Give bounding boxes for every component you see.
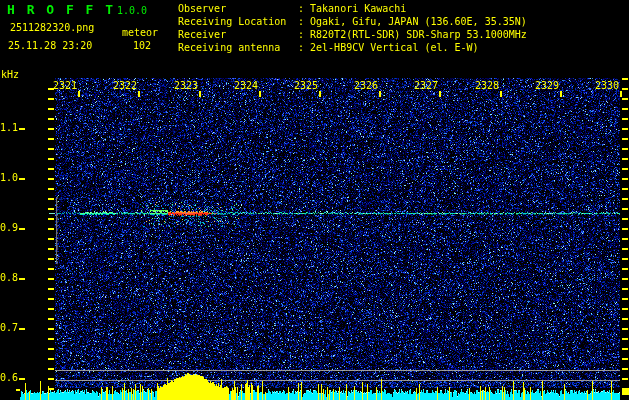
time-label-2321: 2321 <box>51 80 77 91</box>
info-value-receiver: : R820T2(RTL-SDR) SDR-Sharp 53.1000MHz <box>298 29 527 40</box>
time-label-2323: 2323 <box>172 80 198 91</box>
info-value-location: : Ogaki, Gifu, JAPAN (136.60E, 35.35N) <box>298 16 527 27</box>
freq-label-0-7: 0.7 <box>0 322 18 333</box>
capture-datetime: 25.11.28 23:20 <box>8 40 92 51</box>
spectrogram-canvas <box>0 0 629 400</box>
time-label-2324: 2324 <box>232 80 258 91</box>
info-value-antenna: : 2el-HB9CV Vertical (el. E-W) <box>298 42 479 53</box>
info-value-observer: : Takanori Kawachi <box>298 3 406 14</box>
freq-label-1-0: 1.0 <box>0 172 18 183</box>
time-label-2329: 2329 <box>533 80 559 91</box>
capture-filename: 2511282320.png <box>10 22 94 33</box>
time-label-2326: 2326 <box>352 80 378 91</box>
app-version: 1.0.0 <box>117 5 147 16</box>
time-label-2330: 2330 <box>593 80 619 91</box>
freq-label-0-9: 0.9 <box>0 222 18 233</box>
capture-mode: meteor <box>122 27 158 38</box>
app-title: H R O F F T <box>7 3 115 17</box>
meteor-count: 102 <box>133 40 151 51</box>
info-label-antenna: Receiving antenna <box>178 42 280 53</box>
hrofft-window: { "app": { "title": "H R O F F T", "vers… <box>0 0 629 400</box>
freq-label-0-6: 0.6 <box>0 372 18 383</box>
time-label-2328: 2328 <box>473 80 499 91</box>
time-label-2325: 2325 <box>292 80 318 91</box>
time-label-2322: 2322 <box>111 80 137 91</box>
time-label-2327: 2327 <box>412 80 438 91</box>
info-label-receiver: Receiver <box>178 29 226 40</box>
freq-label-1-1: 1.1 <box>0 122 18 133</box>
info-label-location: Receiving Location <box>178 16 286 27</box>
freq-axis-unit: kHz <box>1 69 19 80</box>
freq-label-0-8: 0.8 <box>0 272 18 283</box>
info-label-observer: Observer <box>178 3 226 14</box>
